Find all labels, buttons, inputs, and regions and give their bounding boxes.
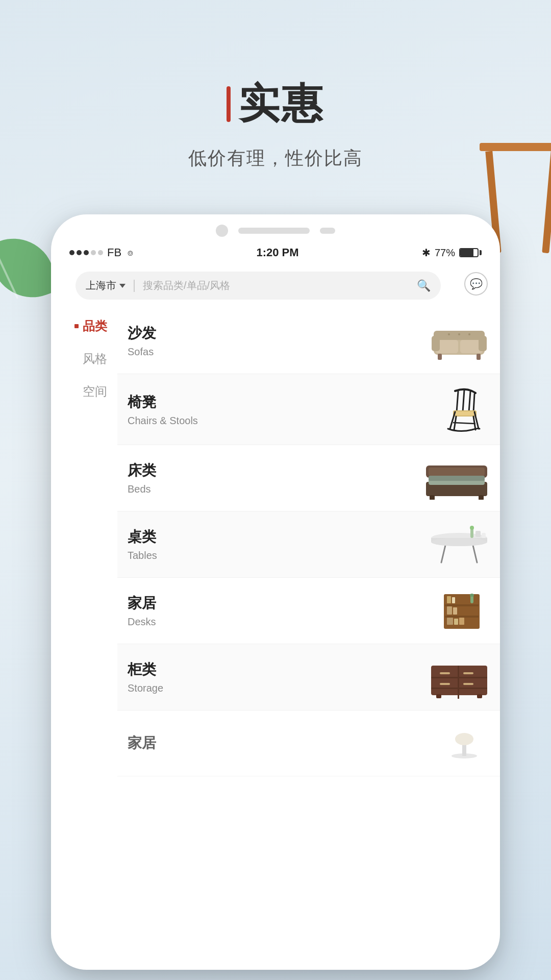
chat-icon: 💬 (470, 278, 483, 290)
svg-rect-61 (477, 694, 482, 698)
signal-dot-4 (91, 250, 96, 255)
svg-rect-55 (458, 666, 459, 699)
svg-rect-6 (438, 354, 442, 360)
sidebar-item-style[interactable]: 风格 (83, 351, 117, 367)
svg-point-46 (470, 594, 474, 597)
sidebar-label-space: 空间 (83, 383, 107, 400)
category-name-cn-sofas: 沙发 (128, 324, 156, 343)
svg-rect-4 (432, 336, 440, 351)
svg-point-64 (455, 733, 473, 745)
category-name-cn-home: 家居 (128, 733, 156, 753)
phone-top-sensors (51, 214, 500, 242)
wifi-icon: ⌾ (128, 248, 133, 258)
category-item-beds[interactable]: 床类 Beds (117, 445, 500, 511)
signal-dot-1 (69, 250, 74, 255)
location-selector[interactable]: 上海市 (86, 279, 126, 292)
svg-rect-57 (463, 672, 473, 674)
signal-dot-5 (98, 250, 103, 255)
svg-rect-58 (440, 683, 450, 685)
category-item-storage[interactable]: 柜类 Storage (117, 644, 500, 710)
battery-tip (480, 250, 482, 255)
category-item-sofas[interactable]: 沙发 Sofas (117, 308, 500, 374)
sidebar-item-category[interactable]: 品类 (74, 318, 117, 334)
sidebar-item-space[interactable]: 空间 (83, 383, 117, 400)
search-placeholder: 搜索品类/单品/风格 (143, 279, 411, 292)
battery-fill (460, 249, 473, 256)
category-item-home[interactable]: 家居 (117, 710, 500, 776)
category-image-storage (429, 657, 490, 698)
status-left: FB ⌾ (69, 246, 133, 259)
svg-line-14 (473, 394, 474, 412)
svg-point-8 (448, 333, 450, 335)
svg-rect-44 (452, 597, 455, 603)
category-name-cn-tables: 桌类 (128, 527, 157, 547)
category-name-en-chairs: Chairs & Stools (128, 415, 198, 427)
category-text-sofas: 沙发 Sofas (128, 324, 156, 358)
active-indicator (74, 324, 79, 328)
category-name-cn-storage: 柜类 (128, 660, 163, 679)
sensor-area (320, 228, 335, 234)
svg-rect-7 (477, 354, 481, 360)
location-text: 上海市 (86, 279, 116, 292)
main-content: 品类 风格 空间 沙发 Sofas (51, 308, 500, 961)
category-text-chairs: 椅凳 Chairs & Stools (128, 393, 198, 427)
category-text-home: 家居 (128, 733, 156, 753)
status-bar: FB ⌾ 1:20 PM ✱ 77% (51, 242, 500, 263)
sidebar: 品类 风格 空间 (51, 308, 117, 961)
page-title: 实惠 (0, 77, 551, 132)
category-name-en-desks: Desks (128, 616, 156, 628)
category-image-chairs (439, 386, 490, 432)
category-name-en-beds: Beds (128, 483, 156, 495)
search-icon[interactable]: 🔍 (417, 279, 431, 292)
svg-line-12 (463, 390, 464, 412)
signal-dot-3 (84, 250, 89, 255)
category-name-en-tables: Tables (128, 550, 157, 561)
svg-line-11 (457, 391, 458, 412)
svg-rect-47 (447, 606, 452, 615)
category-image-sofas (429, 321, 490, 361)
chat-button[interactable]: 💬 (464, 272, 488, 296)
category-item-tables[interactable]: 桌类 Tables (117, 511, 500, 578)
svg-rect-38 (475, 531, 481, 537)
search-bar[interactable]: 上海市 搜索品类/单品/风格 🔍 (76, 272, 441, 300)
svg-point-9 (458, 333, 460, 335)
category-item-desks[interactable]: 家居 Desks (117, 578, 500, 644)
svg-rect-60 (436, 694, 441, 698)
carrier-label: FB (107, 246, 121, 259)
status-right: ✱ 77% (422, 247, 482, 259)
signal-dot-2 (77, 250, 82, 255)
category-item-chairs[interactable]: 椅凳 Chairs & Stools (117, 374, 500, 445)
signal-strength (69, 250, 103, 255)
svg-line-13 (469, 391, 470, 412)
category-text-desks: 家居 Desks (128, 594, 156, 628)
category-name-en-sofas: Sofas (128, 346, 156, 358)
svg-point-10 (468, 333, 470, 335)
svg-rect-49 (447, 618, 453, 625)
svg-point-35 (431, 538, 487, 546)
title-text: 实惠 (239, 77, 324, 132)
chevron-down-icon (119, 284, 126, 288)
clock: 1:20 PM (256, 246, 298, 259)
svg-rect-59 (463, 683, 473, 685)
category-text-storage: 柜类 Storage (128, 660, 163, 694)
category-name-cn-desks: 家居 (128, 594, 156, 613)
battery-percent: 77% (435, 247, 455, 259)
svg-rect-16 (454, 411, 475, 415)
svg-rect-27 (429, 468, 485, 476)
svg-rect-5 (479, 336, 487, 351)
battery-indicator (459, 248, 482, 257)
svg-point-37 (470, 526, 474, 530)
svg-rect-41 (445, 604, 479, 606)
svg-rect-39 (482, 533, 486, 538)
sidebar-label-category: 品类 (83, 318, 107, 334)
accent-bar (227, 86, 231, 122)
svg-rect-28 (429, 476, 485, 481)
category-name-cn-beds: 床类 (128, 461, 156, 480)
category-text-beds: 床类 Beds (128, 461, 156, 495)
category-text-tables: 桌类 Tables (128, 527, 157, 561)
svg-rect-43 (447, 596, 451, 603)
phone-mockup: FB ⌾ 1:20 PM ✱ 77% 上海市 搜索品类/单品/风格 🔍 (51, 214, 500, 970)
category-image-beds (423, 458, 490, 499)
svg-rect-51 (459, 618, 464, 625)
svg-line-21 (453, 423, 475, 424)
